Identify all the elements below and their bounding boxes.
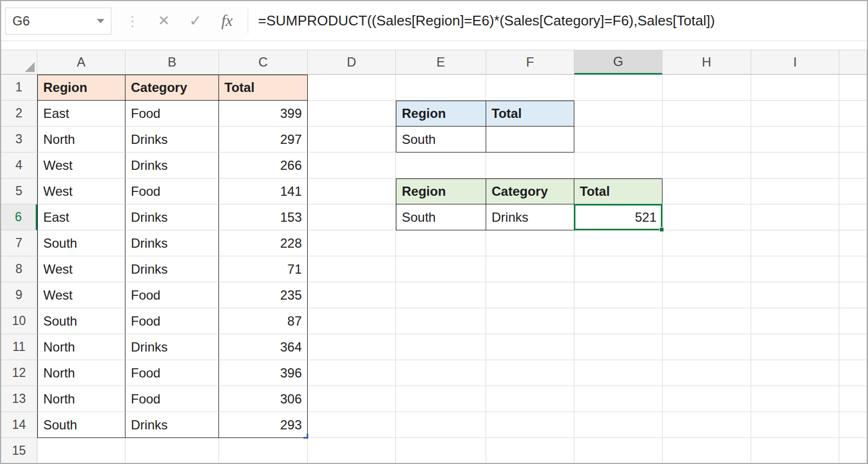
cell-D1[interactable] (308, 75, 396, 101)
cell-G7[interactable] (574, 230, 662, 256)
cell-C2[interactable]: 399 (219, 101, 308, 127)
cell-H2[interactable] (662, 101, 751, 127)
cell-B7[interactable]: Drinks (125, 230, 219, 256)
row-header-3[interactable]: 3 (1, 127, 37, 153)
cell-I10[interactable] (751, 308, 839, 334)
cell-offscreen[interactable] (839, 282, 867, 308)
cell-B11[interactable]: Drinks (125, 334, 219, 360)
cell-D3[interactable] (308, 127, 396, 153)
cell-C10[interactable]: 87 (219, 308, 308, 334)
cell-F3[interactable] (486, 127, 574, 153)
enter-icon[interactable]: ✓ (189, 12, 202, 30)
cell-A9[interactable]: West (37, 282, 125, 308)
cell-offscreen[interactable] (839, 334, 867, 360)
cell-A6[interactable]: East (37, 204, 125, 230)
cell-offscreen[interactable] (839, 204, 867, 230)
cell-B13[interactable]: Food (125, 386, 219, 412)
cell-F14[interactable] (486, 412, 574, 438)
formula-input[interactable]: =SUMPRODUCT((Sales[Region]=E6)*(Sales[Ca… (248, 1, 867, 41)
cell-G14[interactable] (574, 412, 662, 438)
column-header-E[interactable]: E (396, 50, 486, 75)
cell-A13[interactable]: North (37, 386, 125, 412)
cell-H3[interactable] (662, 127, 751, 153)
name-box-dropdown-icon[interactable] (97, 19, 104, 23)
cell-E11[interactable] (396, 334, 486, 360)
cell-C9[interactable]: 235 (219, 282, 308, 308)
cell-E4[interactable] (396, 153, 486, 178)
cell-B2[interactable]: Food (125, 101, 219, 127)
cell-F2[interactable]: Total (486, 101, 574, 127)
cell-A10[interactable]: South (37, 308, 125, 334)
cell-A1[interactable]: Region (37, 75, 125, 101)
cell-F15[interactable] (486, 438, 574, 464)
cell-E1[interactable] (396, 75, 486, 101)
column-header-C[interactable]: C (219, 50, 308, 75)
cell-H6[interactable] (662, 204, 751, 230)
cell-C1[interactable]: Total (219, 75, 308, 101)
cell-A7[interactable]: South (37, 230, 125, 256)
cell-I12[interactable] (751, 360, 839, 386)
cell-I1[interactable] (751, 75, 839, 101)
cell-C3[interactable]: 297 (219, 127, 308, 153)
row-header-7[interactable]: 7 (1, 230, 37, 256)
cell-E3[interactable]: South (396, 127, 486, 153)
cell-B4[interactable]: Drinks (125, 153, 219, 178)
row-header-1[interactable]: 1 (1, 75, 37, 101)
cell-G2[interactable] (574, 101, 662, 127)
column-header-H[interactable]: H (662, 50, 751, 75)
cell-G9[interactable] (574, 282, 662, 308)
cell-E9[interactable] (396, 282, 486, 308)
cell-offscreen[interactable] (839, 230, 867, 256)
cell-E14[interactable] (396, 412, 486, 438)
row-header-10[interactable]: 10 (1, 308, 37, 334)
cell-I14[interactable] (751, 412, 839, 438)
row-header-13[interactable]: 13 (1, 386, 37, 412)
cell-C13[interactable]: 306 (219, 386, 308, 412)
row-header-5[interactable]: 5 (1, 178, 37, 204)
cell-C11[interactable]: 364 (219, 334, 308, 360)
cell-A11[interactable]: North (37, 334, 125, 360)
table-resize-handle[interactable] (303, 434, 308, 439)
row-header-2[interactable]: 2 (1, 101, 37, 127)
cell-I6[interactable] (751, 204, 839, 230)
cell-B3[interactable]: Drinks (125, 127, 219, 153)
cell-E7[interactable] (396, 230, 486, 256)
cell-A15[interactable] (37, 438, 125, 464)
column-header-F[interactable]: F (486, 50, 574, 75)
cell-E12[interactable] (396, 360, 486, 386)
cell-offscreen[interactable] (839, 412, 867, 438)
cell-D8[interactable] (308, 256, 396, 282)
cell-B14[interactable]: Drinks (125, 412, 219, 438)
cell-G4[interactable] (574, 153, 662, 178)
cell-D14[interactable] (308, 412, 396, 438)
cell-offscreen[interactable] (839, 153, 867, 178)
cell-G12[interactable] (574, 360, 662, 386)
row-header-9[interactable]: 9 (1, 282, 37, 308)
cell-D9[interactable] (308, 282, 396, 308)
insert-function-icon[interactable]: fx (221, 12, 233, 30)
cell-I9[interactable] (751, 282, 839, 308)
cell-offscreen[interactable] (839, 386, 867, 412)
cell-F6[interactable]: Drinks (486, 204, 574, 230)
cell-D11[interactable] (308, 334, 396, 360)
cell-G1[interactable] (574, 75, 662, 101)
cell-F11[interactable] (486, 334, 574, 360)
cell-H7[interactable] (662, 230, 751, 256)
cell-H5[interactable] (662, 178, 751, 204)
cell-F4[interactable] (486, 153, 574, 178)
row-header-8[interactable]: 8 (1, 256, 37, 282)
cell-C7[interactable]: 228 (219, 230, 308, 256)
cell-B8[interactable]: Drinks (125, 256, 219, 282)
cell-I11[interactable] (751, 334, 839, 360)
cell-H9[interactable] (662, 282, 751, 308)
cell-F8[interactable] (486, 256, 574, 282)
cell-D6[interactable] (308, 204, 396, 230)
cell-offscreen[interactable] (839, 75, 867, 101)
cell-offscreen[interactable] (839, 308, 867, 334)
cell-H10[interactable] (662, 308, 751, 334)
column-header-G[interactable]: G (574, 50, 662, 75)
cell-G6[interactable]: 521 (574, 204, 662, 230)
fill-handle[interactable] (659, 227, 664, 232)
cell-C15[interactable] (219, 438, 308, 464)
cell-E8[interactable] (396, 256, 486, 282)
